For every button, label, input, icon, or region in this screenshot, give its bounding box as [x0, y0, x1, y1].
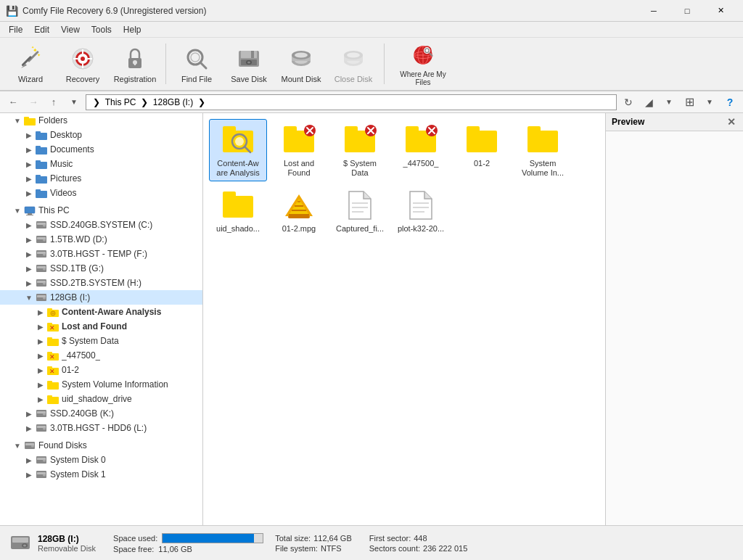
sidebar-item-ssd-h[interactable]: ▶ SSD.2TB.SYSTEM (H:)	[0, 276, 202, 290]
file-item-sys-vol[interactable]: SystemVolume In...	[514, 119, 572, 181]
file-item-lost-found[interactable]: Lost andFound	[270, 119, 328, 181]
sidebar-item-system-data[interactable]: ▶ $ System Data	[0, 334, 202, 348]
sidebar-item-desktop[interactable]: ▶ Desktop	[0, 128, 202, 142]
menu-help[interactable]: Help	[118, 23, 147, 36]
svg-rect-58	[26, 215, 33, 215]
find-file-label: Find File	[181, 75, 212, 83]
filter-button[interactable]: ◢	[640, 94, 657, 111]
svg-rect-137	[223, 192, 236, 199]
sidebar-item-found-disks[interactable]: ▼ Found Disks	[0, 438, 202, 453]
svg-rect-94	[47, 381, 52, 384]
folders-arrow: ▼	[12, 117, 23, 125]
videos-icon	[35, 187, 48, 199]
view-toggle-button[interactable]: ⊞	[681, 94, 698, 111]
file-item-content-aware[interactable]: Content-Aware Analysis	[209, 119, 267, 181]
pictures-label: Pictures	[50, 173, 81, 184]
svg-point-19	[191, 53, 200, 62]
dropdown-view2-button[interactable]: ▼	[701, 94, 718, 111]
total-size-label: Total size:	[275, 534, 311, 543]
help-button[interactable]: ?	[721, 94, 739, 111]
find-file-button[interactable]: Find File	[172, 41, 221, 87]
file-item-plot-k32[interactable]: plot-k32-20...	[392, 184, 450, 237]
this-pc-label: This PC	[38, 205, 70, 215]
sidebar-item-videos[interactable]: ▶ Videos	[0, 186, 202, 200]
registration-button[interactable]: Registration	[110, 41, 160, 87]
dropdown-view-button[interactable]: ▼	[660, 94, 678, 111]
refresh-button[interactable]: ↻	[620, 94, 637, 111]
sidebar-item-this-pc[interactable]: ▼ This PC	[0, 203, 202, 218]
dropdown-button[interactable]: ▼	[65, 94, 83, 111]
menu-view[interactable]: View	[55, 23, 86, 36]
sidebar-item-content-aware[interactable]: ▶ Content-Aware Analysis	[0, 305, 202, 319]
close-disk-icon	[339, 44, 368, 73]
menu-tools[interactable]: Tools	[86, 23, 118, 36]
file-item-447500[interactable]: _447500_	[392, 119, 450, 181]
pictures-icon	[35, 173, 48, 184]
sidebar-item-ssd-g[interactable]: ▶ SSD.1TB (G:)	[0, 261, 202, 276]
sidebar-item-pictures[interactable]: ▶ Pictures	[0, 171, 202, 186]
sidebar-item-uid-shadow[interactable]: ▶ uid_shadow_drive	[0, 392, 202, 406]
sidebar-item-447500[interactable]: ▶ ✕ _447500_	[0, 348, 202, 363]
menu-file[interactable]: File	[3, 23, 28, 36]
file-item-captured[interactable]: Captured_fi...	[331, 184, 389, 237]
sidebar-item-folders[interactable]: ▼ Folders	[0, 113, 202, 128]
folders-label: Folders	[38, 115, 67, 125]
address-input[interactable]	[86, 94, 617, 110]
up-button[interactable]: ↑	[45, 94, 62, 111]
01-2-file-label: 01-2	[474, 159, 490, 168]
sidebar-item-ssd-c[interactable]: ▶ SSD.240GB.SYSTEM (C:)	[0, 218, 202, 232]
found-disks-arrow: ▼	[12, 442, 23, 450]
sidebar-item-ssd-k[interactable]: ▶ SSD.240GB (K:)	[0, 406, 202, 421]
file-item-uid-shadow[interactable]: uid_shado...	[209, 184, 267, 237]
found-disks-label: Found Disks	[38, 440, 87, 450]
sidebar-item-sys-disk-1[interactable]: ▶ System Disk 1	[0, 467, 202, 482]
wizard-button[interactable]: ✦ ✦ ✦ Wizard	[6, 41, 55, 87]
sidebar-item-hgst-l[interactable]: ▶ 3.0TB.HGST - HDD6 (L:)	[0, 421, 202, 435]
where-my-files-button[interactable]: Where Are My Files	[390, 41, 456, 87]
preview-close-button[interactable]: ✕	[726, 116, 737, 128]
sidebar-item-sys-disk-0[interactable]: ▶ System Disk 0	[0, 453, 202, 467]
lost-found-file-icon	[282, 123, 316, 157]
file-item-01-2-mpg[interactable]: 01-2.mpg	[270, 184, 328, 237]
sidebar-item-wd-d[interactable]: ▶ 1.5TB.WD (D:)	[0, 232, 202, 247]
uid-shadow-label: uid_shadow_drive	[62, 394, 132, 404]
save-disk-button[interactable]: Save Disk	[224, 41, 274, 87]
back-button[interactable]: ←	[4, 94, 22, 111]
sidebar-item-lost-found[interactable]: ▶ ✕ Lost and Found	[0, 319, 202, 334]
sidebar-item-128gb-i[interactable]: ▼ 128GB (I:)	[0, 290, 202, 305]
svg-rect-78	[47, 308, 52, 311]
first-sector-value: 448	[414, 534, 427, 543]
svg-rect-144	[288, 215, 310, 218]
sidebar-item-documents[interactable]: ▶ Documents	[0, 142, 202, 157]
file-item-system-data[interactable]: $ SystemData	[331, 119, 389, 181]
svg-rect-96	[47, 395, 52, 398]
system-data-file-icon	[342, 123, 377, 157]
sidebar-item-music[interactable]: ▶ Music	[0, 157, 202, 171]
wizard-label: Wizard	[18, 75, 43, 83]
hgst-f-label: 3.0TB.HGST - TEMP (F:)	[50, 249, 147, 259]
music-label: Music	[50, 159, 73, 169]
sidebar-item-hgst-f[interactable]: ▶ 3.0TB.HGST - TEMP (F:)	[0, 247, 202, 261]
mount-disk-button[interactable]: Mount Disk	[276, 41, 326, 87]
forward-button[interactable]: →	[25, 94, 42, 111]
svg-rect-152	[12, 538, 28, 543]
sys-data-arrow: ▶	[35, 337, 46, 345]
minimize-button[interactable]: ─	[637, 0, 670, 22]
recovery-icon	[68, 44, 97, 73]
sidebar-item-sys-vol[interactable]: ▶ System Volume Information	[0, 377, 202, 392]
close-button[interactable]: ✕	[704, 0, 737, 22]
sidebar-item-01-2[interactable]: ▶ ✕ 01-2	[0, 363, 202, 377]
content-aware-label: Content-Aware Analysis	[62, 307, 161, 317]
svg-point-30	[295, 53, 308, 58]
recovery-button[interactable]: Recovery	[58, 41, 107, 87]
svg-rect-86	[47, 337, 52, 340]
close-disk-button[interactable]: Close Disk	[329, 41, 378, 87]
01-2-file-icon	[464, 123, 499, 157]
sys-disk-1-label: System Disk 1	[50, 469, 106, 479]
menu-edit[interactable]: Edit	[28, 23, 55, 36]
ssd-c-arrow: ▶	[23, 221, 35, 229]
file-item-01-2[interactable]: 01-2	[453, 119, 511, 181]
hgst-f-icon	[35, 248, 48, 260]
maximize-button[interactable]: □	[670, 0, 704, 22]
ssd-c-icon	[35, 219, 48, 231]
